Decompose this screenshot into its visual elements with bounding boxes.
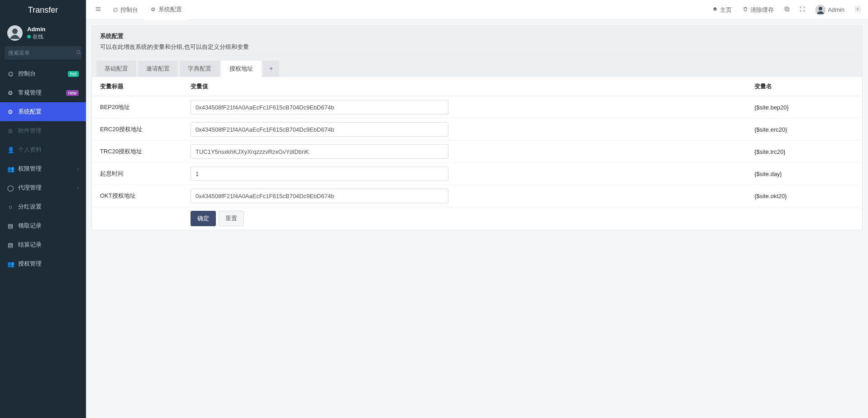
svg-rect-8 bbox=[785, 7, 788, 10]
table-row: 起息时间{$site.day} bbox=[92, 163, 862, 185]
chevron-left-icon: ‹ bbox=[77, 185, 79, 190]
svg-line-3 bbox=[80, 53, 81, 54]
sidebar-item-6[interactable]: ◯代理管理‹ bbox=[0, 178, 86, 197]
trash-icon bbox=[743, 6, 748, 13]
panel-subtitle: 可以在此增改系统的变量和分组,也可以自定义分组和变量 bbox=[100, 43, 854, 51]
sidebar-item-label: 常规管理 bbox=[18, 89, 62, 97]
svg-rect-7 bbox=[786, 8, 789, 11]
sidebar-icon: ▤ bbox=[7, 242, 14, 248]
sidebar-icon: ◯ bbox=[7, 185, 14, 191]
sidebar-item-3[interactable]: 🗎附件管理 bbox=[0, 121, 86, 140]
table-row: OKT授权地址{$site.okt20} bbox=[92, 185, 862, 207]
svg-point-1 bbox=[12, 28, 18, 34]
sidebar-icon: 👥 bbox=[7, 261, 14, 267]
sidebar-badge: new bbox=[66, 90, 79, 96]
add-tab-button[interactable]: + bbox=[263, 61, 279, 77]
sidebar-item-2[interactable]: ⚙系统配置 bbox=[0, 102, 86, 121]
col-header-title: 变量标题 bbox=[100, 82, 191, 90]
nav: ⌬控制台hot⚙常规管理new⚙系统配置🗎附件管理👤个人资料👥权限管理‹◯代理管… bbox=[0, 64, 86, 273]
avatar[interactable] bbox=[7, 25, 23, 41]
sidebar-item-label: 个人资料 bbox=[18, 146, 79, 154]
status-dot-icon bbox=[27, 35, 31, 38]
search-input[interactable] bbox=[8, 50, 76, 56]
sidebar-icon: ○ bbox=[7, 204, 14, 210]
sidebar-icon: ⚙ bbox=[7, 109, 14, 115]
col-header-value: 变量值 bbox=[191, 82, 458, 90]
clear-cache-link[interactable]: 清除缓存 bbox=[738, 3, 778, 17]
config-tab-3[interactable]: 授权地址 bbox=[221, 61, 261, 77]
row-title: BEP20地址 bbox=[100, 103, 191, 111]
row-value-input[interactable] bbox=[191, 122, 448, 137]
row-var-name: {$site.okt20} bbox=[754, 193, 854, 200]
topbar-user[interactable]: Admin bbox=[811, 2, 849, 18]
config-tab-2[interactable]: 字典配置 bbox=[180, 61, 219, 77]
row-title: OKT授权地址 bbox=[100, 192, 191, 200]
settings-icon[interactable] bbox=[851, 3, 864, 16]
fullscreen-icon[interactable] bbox=[796, 3, 809, 16]
row-value-input[interactable] bbox=[191, 166, 448, 181]
sidebar-item-1[interactable]: ⚙常规管理new bbox=[0, 83, 86, 102]
sidebar-item-label: 权限管理 bbox=[18, 165, 73, 173]
search-icon[interactable] bbox=[76, 50, 81, 57]
config-tab-0[interactable]: 基础配置 bbox=[96, 61, 136, 77]
row-value-input[interactable] bbox=[191, 189, 448, 203]
sidebar-icon: ⚙ bbox=[7, 90, 14, 96]
panel-title: 系统配置 bbox=[100, 32, 854, 40]
sidebar-item-9[interactable]: ▤结算记录 bbox=[0, 235, 86, 254]
sidebar-item-label: 代理管理 bbox=[18, 184, 73, 192]
row-value-input[interactable] bbox=[191, 144, 448, 159]
config-panel: 系统配置 可以在此增改系统的变量和分组,也可以自定义分组和变量 基础配置邀请配置… bbox=[91, 25, 863, 230]
sidebar-item-label: 系统配置 bbox=[18, 108, 79, 116]
top-tab-1[interactable]: ⚙系统配置 bbox=[144, 0, 188, 20]
sidebar-item-label: 结算记录 bbox=[18, 241, 79, 249]
avatar-small bbox=[816, 5, 825, 15]
svg-point-2 bbox=[77, 50, 80, 53]
sidebar-item-label: 授权管理 bbox=[18, 260, 79, 268]
sidebar-badge: hot bbox=[68, 71, 79, 77]
confirm-button[interactable]: 确定 bbox=[191, 211, 216, 226]
row-value-input[interactable] bbox=[191, 100, 448, 114]
chevron-left-icon: ‹ bbox=[77, 166, 79, 171]
row-var-name: {$site.bep20} bbox=[754, 104, 854, 111]
row-title: 起息时间 bbox=[100, 170, 191, 178]
home-icon bbox=[712, 6, 718, 13]
copy-icon[interactable] bbox=[780, 3, 794, 16]
row-title: TRC20授权地址 bbox=[100, 147, 191, 156]
table-header: 变量标题 变量值 变量名 bbox=[92, 77, 862, 96]
tab-icon: ⌬ bbox=[113, 7, 118, 13]
sidebar-icon: ⌬ bbox=[7, 71, 14, 77]
sidebar: Transfer Admin 在线 ⌬控制台hot⚙常规管理new⚙系统配置🗎附… bbox=[0, 0, 86, 418]
sidebar-item-label: 分红设置 bbox=[18, 203, 79, 211]
sidebar-item-label: 附件管理 bbox=[18, 127, 79, 135]
hamburger-icon[interactable] bbox=[91, 3, 105, 16]
sidebar-item-7[interactable]: ○分红设置 bbox=[0, 197, 86, 216]
sidebar-icon: 👤 bbox=[7, 147, 14, 153]
config-tab-1[interactable]: 邀请配置 bbox=[138, 61, 178, 77]
search-input-wrap[interactable] bbox=[5, 46, 81, 60]
tab-icon: ⚙ bbox=[151, 6, 156, 13]
row-title: ERC20授权地址 bbox=[100, 125, 191, 133]
sidebar-item-8[interactable]: ▤领取记录 bbox=[0, 216, 86, 235]
svg-point-11 bbox=[857, 8, 858, 10]
home-link[interactable]: 主页 bbox=[708, 3, 736, 17]
row-var-name: {$site.erc20} bbox=[754, 126, 854, 133]
topbar: ⌬控制台⚙系统配置 主页 清除缓存 bbox=[86, 0, 868, 20]
sidebar-item-label: 领取记录 bbox=[18, 222, 79, 230]
tab-label: 控制台 bbox=[120, 6, 138, 14]
sidebar-item-0[interactable]: ⌬控制台hot bbox=[0, 64, 86, 83]
reset-button[interactable]: 重置 bbox=[219, 211, 244, 226]
col-header-name: 变量名 bbox=[754, 82, 854, 90]
sidebar-item-label: 控制台 bbox=[18, 70, 63, 78]
sidebar-item-4[interactable]: 👤个人资料 bbox=[0, 140, 86, 159]
top-tab-0[interactable]: ⌬控制台 bbox=[107, 0, 144, 20]
table-row: TRC20授权地址{$site.trc20} bbox=[92, 141, 862, 163]
tab-label: 系统配置 bbox=[158, 5, 182, 14]
sidebar-item-5[interactable]: 👥权限管理‹ bbox=[0, 159, 86, 178]
user-status: 在线 bbox=[27, 33, 45, 41]
sidebar-item-10[interactable]: 👥授权管理 bbox=[0, 254, 86, 273]
sidebar-icon: 👥 bbox=[7, 166, 14, 172]
sidebar-icon: ▤ bbox=[7, 223, 14, 229]
svg-point-10 bbox=[819, 7, 822, 10]
row-var-name: {$site.day} bbox=[754, 171, 854, 177]
row-var-name: {$site.trc20} bbox=[754, 148, 854, 155]
